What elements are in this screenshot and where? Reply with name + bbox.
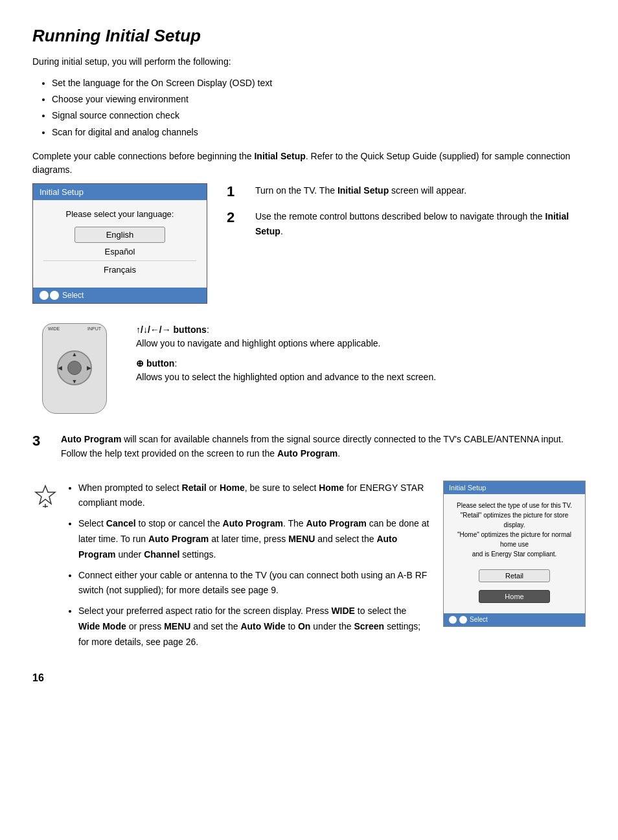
footer-select-label: Select: [62, 291, 84, 300]
remote-top-labels: WIDE INPUT: [43, 324, 106, 331]
tip-4: Select your preferred aspect ratio for t…: [78, 604, 430, 650]
language-francais: Français: [43, 261, 196, 278]
intro-bullets: Set the language for the On Screen Displ…: [52, 75, 586, 141]
page-number: 16: [32, 672, 586, 684]
directional-desc: ↑/↓/←/→ buttons: Allow you to navigate a…: [136, 323, 586, 350]
step-3-number: 3: [32, 432, 51, 451]
select-icon: [40, 291, 59, 300]
arrow-left-icon: ◀: [58, 365, 62, 371]
tv-screen-2-body: Please select the type of use for this T…: [444, 494, 585, 613]
tip-2: Select Cancel to stop or cancel the Auto…: [78, 516, 430, 562]
directional-label: ↑/↓/←/→ buttons: [136, 324, 207, 335]
enter-desc: ⊕ button: Allows you to select the highl…: [136, 357, 586, 384]
arrow-down-icon: ▼: [72, 378, 78, 385]
tv-screen-2-footer: Select: [444, 613, 585, 626]
bullet-3: Signal source connection check: [52, 108, 586, 124]
step-1: 1 Turn on the TV. The Initial Setup scre…: [227, 183, 586, 200]
language-espanol: Español: [43, 243, 196, 261]
retail-home-prompt: Please select the type of use for this T…: [452, 501, 577, 559]
option-home: Home: [452, 586, 577, 607]
tip-1: When prompted to select Retail or Home, …: [78, 481, 430, 512]
arrow-up-icon: ▲: [72, 351, 78, 358]
step-2: 2 Use the remote control buttons describ…: [227, 209, 586, 238]
tip-bullets: When prompted to select Retail or Home, …: [68, 481, 430, 659]
option-retail: Retail: [452, 565, 577, 586]
step-2-text: Use the remote control buttons described…: [255, 209, 586, 238]
remote-desc: ↑/↓/←/→ buttons: Allow you to navigate a…: [136, 323, 586, 391]
bullet-4: Scan for digital and analog channels: [52, 124, 586, 141]
step-2-number: 2: [227, 209, 245, 226]
arrow-right-icon: ▶: [87, 365, 91, 371]
home-button: Home: [479, 590, 550, 603]
tip-section: When prompted to select Retail or Home, …: [32, 481, 586, 659]
svg-marker-0: [36, 486, 55, 504]
input-label: INPUT: [87, 326, 101, 331]
tv-screen-retail-home: Initial Setup Please select the type of …: [443, 481, 586, 627]
select-icon-2: [449, 616, 467, 624]
remote-image: WIDE INPUT ▲ ▼ ◀ ▶ RETURN TOOLS MENU: [32, 323, 117, 414]
bullet-2: Choose your viewing environment: [52, 91, 586, 108]
language-english: English: [74, 227, 165, 243]
language-prompt: Please select your language:: [43, 209, 196, 219]
tip-content: When prompted to select Retail or Home, …: [68, 481, 586, 659]
remote-arrows: ▲ ▼ ◀ ▶: [57, 350, 92, 385]
enter-label: ⊕ button: [136, 358, 174, 369]
cable-note: Complete your cable connections before b…: [32, 150, 586, 177]
bullet-1: Set the language for the On Screen Displ…: [52, 75, 586, 91]
step-1-number: 1: [227, 183, 245, 200]
tip-star-icon: [32, 483, 58, 509]
tip-3: Connect either your cable or antenna to …: [78, 568, 430, 599]
tv-screen-1-header: Initial Setup: [33, 184, 207, 200]
page-title: Running Initial Setup: [32, 26, 586, 46]
setup-and-steps: Initial Setup Please select your languag…: [32, 183, 586, 304]
remote-body: WIDE INPUT ▲ ▼ ◀ ▶ RETURN TOOLS MENU: [42, 323, 107, 414]
retail-button: Retail: [479, 569, 550, 582]
tv-screen-language: Initial Setup Please select your languag…: [32, 183, 207, 304]
tv-screen-1-footer: Select: [33, 288, 207, 303]
tv-screen-2-header: Initial Setup: [444, 481, 585, 494]
tv-screen-1-body: Please select your language: English Esp…: [33, 200, 207, 288]
step-3-text: Auto Program will scan for available cha…: [61, 432, 586, 461]
remote-section: WIDE INPUT ▲ ▼ ◀ ▶ RETURN TOOLS MENU: [32, 323, 586, 414]
wide-label: WIDE: [48, 326, 60, 331]
step-1-text: Turn on the TV. The Initial Setup screen…: [255, 183, 466, 198]
footer-select-label-2: Select: [470, 616, 488, 623]
step-3: 3 Auto Program will scan for available c…: [32, 432, 586, 461]
tip-icon: [32, 483, 68, 511]
steps-col: 1 Turn on the TV. The Initial Setup scre…: [227, 183, 586, 247]
intro-paragraph: During initial setup, you will perform t…: [32, 55, 586, 69]
